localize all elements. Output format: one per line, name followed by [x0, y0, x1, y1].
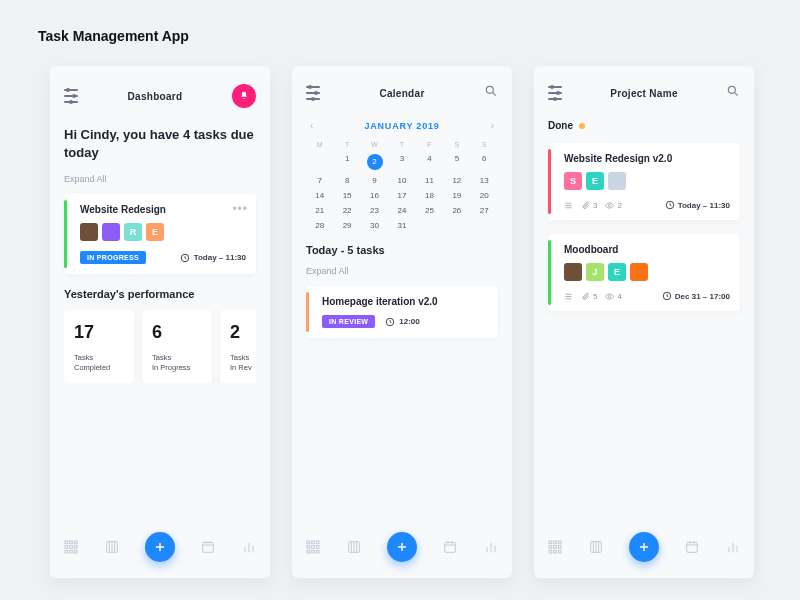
tab-calendar[interactable] [200, 539, 216, 555]
task-card[interactable]: Homepage iteration v2.0 IN REVIEW 12:00 [306, 286, 498, 338]
svg-rect-9 [74, 550, 77, 553]
screen-title: Calendar [379, 88, 424, 99]
clock-icon [180, 253, 190, 263]
calendar-day[interactable]: 10 [388, 176, 415, 185]
tab-bar [534, 522, 754, 572]
add-button[interactable] [629, 532, 659, 562]
task-card[interactable]: MoodboardJE54Dec 31 – 17:00 [548, 234, 740, 311]
task-card[interactable]: Website Redesign v2.0SE32Today – 11:30 [548, 143, 740, 220]
svg-rect-7 [65, 550, 68, 553]
svg-line-24 [493, 93, 496, 96]
settings-icon[interactable] [64, 89, 78, 103]
status-filter[interactable]: Done [548, 120, 740, 131]
calendar-day[interactable]: 28 [306, 221, 333, 230]
calendar-day[interactable]: 3 [388, 154, 415, 170]
calendar-dow: F [416, 141, 443, 148]
calendar-day[interactable]: 2 [361, 154, 388, 170]
svg-point-58 [609, 295, 611, 297]
calendar-day[interactable]: 17 [388, 191, 415, 200]
svg-rect-26 [307, 541, 310, 544]
tab-grid[interactable] [63, 539, 79, 555]
calendar-day[interactable]: 12 [443, 176, 470, 185]
calendar-day[interactable]: 5 [443, 154, 470, 170]
svg-rect-75 [687, 542, 698, 552]
list-count [564, 201, 573, 210]
avatar: E [586, 172, 604, 190]
calendar-day[interactable]: 9 [361, 176, 388, 185]
calendar-day[interactable]: 13 [471, 176, 498, 185]
calendar-day[interactable]: 8 [333, 176, 360, 185]
stat-card[interactable]: 17TasksCompleted [64, 310, 134, 383]
calendar-day[interactable]: 30 [361, 221, 388, 230]
svg-rect-5 [69, 546, 72, 549]
card-stripe [64, 200, 67, 268]
svg-rect-29 [307, 546, 310, 549]
calendar-day[interactable]: 7 [306, 176, 333, 185]
due-time: 12:00 [385, 317, 419, 327]
tab-calendar[interactable] [442, 539, 458, 555]
calendar-day[interactable]: 27 [471, 206, 498, 215]
calendar-day[interactable]: 18 [416, 191, 443, 200]
settings-icon[interactable] [548, 86, 562, 100]
tab-grid[interactable] [547, 539, 563, 555]
calendar-day[interactable]: 6 [471, 154, 498, 170]
calendar-grid[interactable]: MTWTFSS123456789101112131415161718192021… [306, 141, 498, 230]
task-card[interactable]: ••• Website Redesign RE IN PROGRESS Toda… [64, 194, 256, 274]
calendar-day [416, 221, 443, 230]
calendar-dow: T [388, 141, 415, 148]
notifications-button[interactable] [232, 84, 256, 108]
due-time: Today – 11:30 [665, 200, 730, 210]
card-stripe [548, 149, 551, 214]
tab-list[interactable] [104, 539, 120, 555]
calendar-day[interactable]: 11 [416, 176, 443, 185]
calendar-day[interactable]: 22 [333, 206, 360, 215]
screen-calendar: Calendar ‹ JANUARY 2019 › MTWTFSS1234567… [292, 66, 512, 578]
svg-rect-2 [69, 541, 72, 544]
calendar-day[interactable]: 29 [333, 221, 360, 230]
tab-grid[interactable] [305, 539, 321, 555]
calendar-day[interactable]: 24 [388, 206, 415, 215]
settings-icon[interactable] [306, 86, 320, 100]
calendar-dow: M [306, 141, 333, 148]
svg-rect-67 [553, 550, 556, 553]
tab-list[interactable] [346, 539, 362, 555]
svg-rect-62 [558, 541, 561, 544]
calendar-day[interactable]: 4 [416, 154, 443, 170]
next-month-button[interactable]: › [487, 120, 498, 131]
stat-label: TasksIn Rev [230, 353, 256, 373]
tab-calendar[interactable] [684, 539, 700, 555]
views-count: 4 [605, 292, 621, 301]
calendar-day[interactable]: 20 [471, 191, 498, 200]
tab-stats[interactable] [725, 539, 741, 555]
calendar-day[interactable]: 16 [361, 191, 388, 200]
screen-project: Project Name Done Website Redesign v2.0S… [534, 66, 754, 578]
prev-month-button[interactable]: ‹ [306, 120, 317, 131]
tab-bar [50, 522, 270, 572]
calendar-day[interactable]: 14 [306, 191, 333, 200]
stat-card[interactable]: 6TasksIn Progress [142, 310, 212, 383]
stat-card[interactable]: 2TasksIn Rev [220, 310, 256, 383]
tab-list[interactable] [588, 539, 604, 555]
add-button[interactable] [387, 532, 417, 562]
calendar-day[interactable]: 23 [361, 206, 388, 215]
stats-row: 17TasksCompleted6TasksIn Progress2TasksI… [64, 310, 256, 383]
calendar-day[interactable]: 21 [306, 206, 333, 215]
tab-stats[interactable] [483, 539, 499, 555]
calendar-day[interactable]: 25 [416, 206, 443, 215]
search-button[interactable] [484, 84, 498, 102]
svg-rect-32 [307, 550, 310, 553]
card-more-icon[interactable]: ••• [232, 202, 248, 216]
svg-rect-8 [69, 550, 72, 553]
svg-line-49 [735, 93, 738, 96]
tab-stats[interactable] [241, 539, 257, 555]
clock-icon [385, 317, 395, 327]
calendar-day[interactable]: 19 [443, 191, 470, 200]
expand-all-link[interactable]: Expand All [306, 266, 498, 276]
add-button[interactable] [145, 532, 175, 562]
calendar-day[interactable]: 1 [333, 154, 360, 170]
calendar-day[interactable]: 31 [388, 221, 415, 230]
search-button[interactable] [726, 84, 740, 102]
expand-all-link[interactable]: Expand All [64, 174, 256, 184]
calendar-day[interactable]: 15 [333, 191, 360, 200]
calendar-day[interactable]: 26 [443, 206, 470, 215]
